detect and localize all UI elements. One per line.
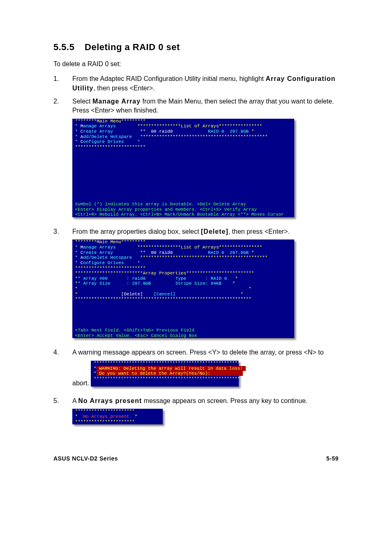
terminal-screenshot-4: ********************** * No Arrays prese…: [72, 409, 163, 424]
step-3: From the array properties dialog box, se…: [53, 227, 339, 344]
section-number: 5.5.5: [53, 41, 74, 54]
cancel-button: [Cancel]: [154, 292, 175, 297]
terminal-screenshot-3: ****************************************…: [91, 361, 239, 387]
menu-item-hotspare: dd/Delete Hotspare: [83, 134, 132, 139]
step-5: A No Arrays present message appears on s…: [53, 396, 339, 430]
menu-item-configure-drives: onfigure Drives: [83, 139, 124, 144]
legend2-line-1: <Tab> Next Field. <Shift+Tab> Previous F…: [75, 328, 194, 333]
warning-line-2: Do you want to delete the Array?(Yes/No)…: [99, 371, 210, 376]
warning-line-1: WARNING: Deleting the array will result …: [99, 366, 243, 371]
legend-line-3: <Ctrl+R> Rebuild Array. <Ctrl+B> Mark/Un…: [75, 212, 284, 217]
step-4: A warning message appears on screen. Pre…: [53, 348, 339, 392]
terminal-screenshot-1: ********Main Menu********* * Manage Arra…: [72, 119, 294, 217]
section-title: Deleting a RAID 0 set: [85, 42, 180, 52]
legend-line-1: Symbol (*) indicates this array is boota…: [75, 202, 246, 207]
footer-right: 5-59: [326, 455, 339, 463]
delete-button: [Delete]: [121, 292, 143, 297]
menu-item-create-array: reate Array: [83, 129, 113, 134]
step-1: From the Adaptec RAID Configuration Util…: [53, 74, 339, 93]
section-heading: 5.5.5 Deleting a RAID 0 set: [53, 41, 339, 54]
menu-item-manage-arrays: anage Arrays: [83, 124, 115, 129]
legend-line-2: <Enter> Display Array properties and mem…: [75, 207, 257, 212]
label-no-arrays: No Arrays present: [78, 397, 142, 404]
footer-left: ASUS NCLV-D2 Series: [53, 455, 118, 463]
label-manage-array: Manage Array: [92, 98, 141, 105]
step-2: Select Manage Array from the Main Menu, …: [53, 97, 339, 223]
intro-text: To delete a RAID 0 set:: [53, 60, 339, 69]
no-arrays-message: No Arrays present.: [83, 414, 132, 419]
label-delete: [Delete]: [201, 228, 228, 235]
legend2-line-2: <Enter> Accept Value. <Esc> Cancel Dialo…: [75, 333, 197, 338]
terminal-screenshot-2: ********Main Menu********* * Manage Arra…: [72, 240, 294, 338]
page-footer: ASUS NCLV-D2 Series 5-59: [53, 455, 339, 463]
